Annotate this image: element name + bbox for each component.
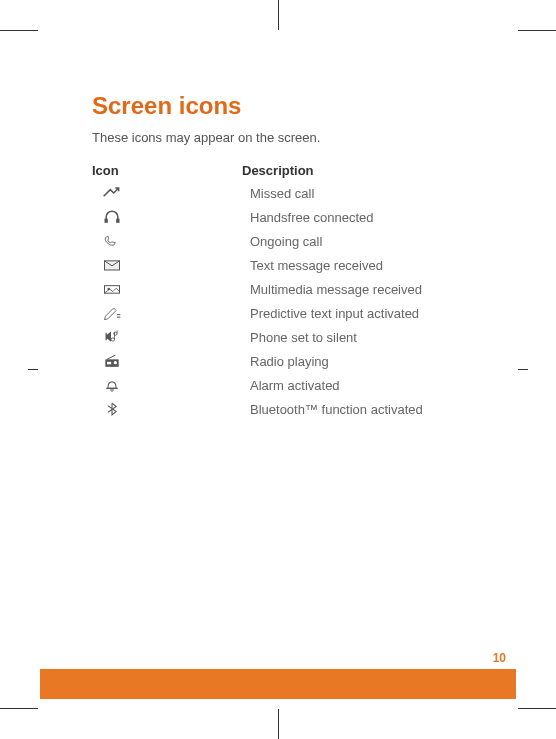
alarm-icon <box>92 378 242 392</box>
svg-point-8 <box>114 361 117 364</box>
row-description: Text message received <box>242 258 442 275</box>
intro-text: These icons may appear on the screen. <box>92 130 464 145</box>
phone-icon <box>92 234 242 248</box>
header-description: Description <box>242 163 464 178</box>
table-row: Handsfree connected <box>92 208 464 232</box>
row-description: Phone set to silent <box>242 330 442 347</box>
pencil-icon <box>92 306 242 320</box>
svg-point-6 <box>111 338 114 341</box>
table-row: Alarm activated <box>92 376 464 400</box>
table-row: Ongoing call <box>92 232 464 256</box>
table-header: Icon Description <box>92 163 464 178</box>
silent-icon <box>92 330 242 344</box>
row-description: Missed call <box>242 186 442 203</box>
table-row: Radio playing <box>92 352 464 376</box>
page-number: 10 <box>493 651 506 665</box>
row-description: Bluetooth™ function activated <box>242 402 442 419</box>
mms-icon <box>92 282 242 296</box>
table-row: Text message received <box>92 256 464 280</box>
footer-bar <box>40 669 516 699</box>
page-title: Screen icons <box>92 92 464 120</box>
page-content: Screen icons These icons may appear on t… <box>40 32 516 707</box>
row-description: Multimedia message received <box>242 282 442 299</box>
headset-icon <box>92 210 242 224</box>
row-description: Ongoing call <box>242 234 442 251</box>
table-row: Phone set to silent <box>92 328 464 352</box>
table-row: Missed call <box>92 184 464 208</box>
svg-rect-9 <box>107 362 111 365</box>
table-row: Multimedia message received <box>92 280 464 304</box>
radio-icon <box>92 354 242 368</box>
svg-point-10 <box>111 389 114 392</box>
table-row: Predictive text input activated <box>92 304 464 328</box>
header-icon: Icon <box>92 163 242 178</box>
missed-call-icon <box>92 186 242 200</box>
row-description: Predictive text input activated <box>242 306 442 323</box>
svg-rect-0 <box>105 219 108 223</box>
table-row: Bluetooth™ function activated <box>92 400 464 424</box>
row-description: Radio playing <box>242 354 442 371</box>
bluetooth-icon <box>92 402 242 416</box>
envelope-icon <box>92 258 242 272</box>
row-description: Handsfree connected <box>242 210 442 227</box>
svg-rect-1 <box>116 219 119 223</box>
row-description: Alarm activated <box>242 378 442 395</box>
